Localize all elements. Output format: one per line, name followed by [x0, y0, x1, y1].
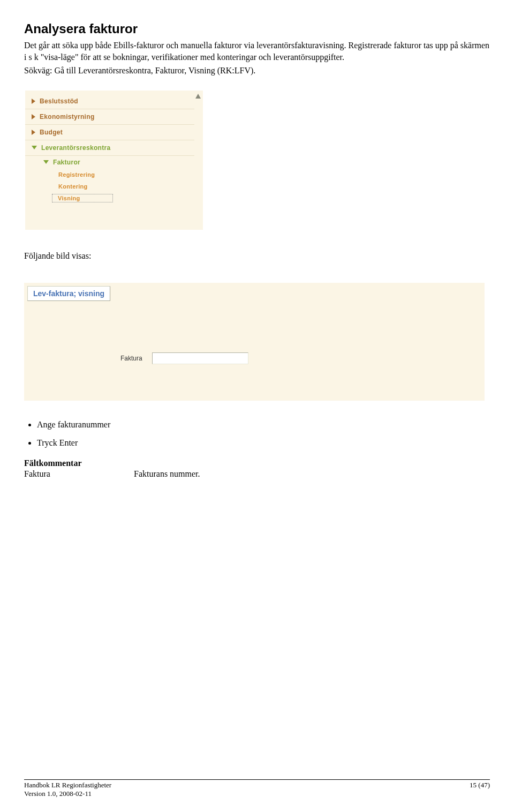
nav-tree-screenshot: Beslutsstöd Ekonomistyrning Budget Lever… — [24, 91, 203, 230]
footer-left-2: Version 1.0, 2008-02-11 — [24, 790, 490, 798]
form-tab-title: Lev-faktura; visning — [27, 286, 110, 301]
nav-list: Beslutsstöd Ekonomistyrning Budget Lever… — [25, 94, 194, 204]
nav-leaf-visning[interactable]: Visning — [25, 192, 194, 204]
faltkommentar-block: Fältkommentar Faktura Fakturans nummer. — [24, 458, 490, 479]
nav-subitem-fakturor[interactable]: Fakturor — [25, 156, 194, 169]
footer-right-1: 15 (47) — [470, 781, 490, 790]
nav-item-label: Registrering — [58, 171, 95, 178]
scroll-up-icon[interactable] — [195, 94, 201, 99]
nav-item-label: Beslutsstöd — [40, 97, 78, 105]
instruction-item: Tryck Enter — [37, 438, 490, 448]
instruction-item: Ange fakturanummer — [37, 420, 490, 430]
path-paragraph: Sökväg: Gå till Leverantörsreskontra, Fa… — [24, 65, 490, 77]
form-panel-screenshot: Lev-faktura; visning Faktura — [24, 283, 485, 401]
nav-item-label-selected: Visning — [52, 194, 113, 202]
faltkommentar-title: Fältkommentar — [24, 458, 490, 468]
nav-item-label: Ekonomistyrning — [40, 113, 95, 121]
intro-paragraph-1: Det går att söka upp både Ebills-fakturo… — [24, 40, 490, 63]
faktura-label: Faktura — [120, 355, 142, 362]
nav-leaf-registrering[interactable]: Registrering — [25, 169, 194, 181]
chevron-right-icon — [32, 114, 35, 119]
following-image-text: Följande bild visas: — [24, 250, 490, 262]
faltkommentar-col2: Fakturans nummer. — [134, 469, 200, 479]
footer-left-1: Handbok LR Regionfastigheter — [24, 781, 111, 790]
chevron-right-icon — [32, 130, 35, 135]
faktura-field-row: Faktura — [120, 352, 248, 364]
faltkommentar-col1: Faktura — [24, 469, 134, 479]
nav-item-leverantorsreskontra[interactable]: Leverantörsreskontra — [25, 140, 194, 156]
nav-item-label: Leverantörsreskontra — [41, 144, 110, 152]
page-footer: Handbok LR Regionfastigheter 15 (47) Ver… — [24, 779, 490, 798]
chevron-down-icon — [43, 160, 49, 164]
faktura-input[interactable] — [152, 352, 248, 364]
nav-item-budget[interactable]: Budget — [25, 125, 194, 140]
page-heading: Analysera fakturor — [24, 21, 490, 36]
nav-item-label: Kontering — [58, 183, 88, 190]
chevron-right-icon — [32, 99, 35, 104]
nav-item-beslutsstod[interactable]: Beslutsstöd — [25, 94, 194, 109]
nav-item-label: Budget — [40, 129, 63, 136]
nav-item-label: Fakturor — [53, 159, 80, 166]
nav-leaf-kontering[interactable]: Kontering — [25, 181, 194, 192]
nav-item-ekonomistyrning[interactable]: Ekonomistyrning — [25, 109, 194, 125]
footer-divider — [24, 779, 490, 780]
chevron-down-icon — [32, 146, 37, 149]
instruction-list: Ange fakturanummer Tryck Enter — [24, 420, 490, 448]
